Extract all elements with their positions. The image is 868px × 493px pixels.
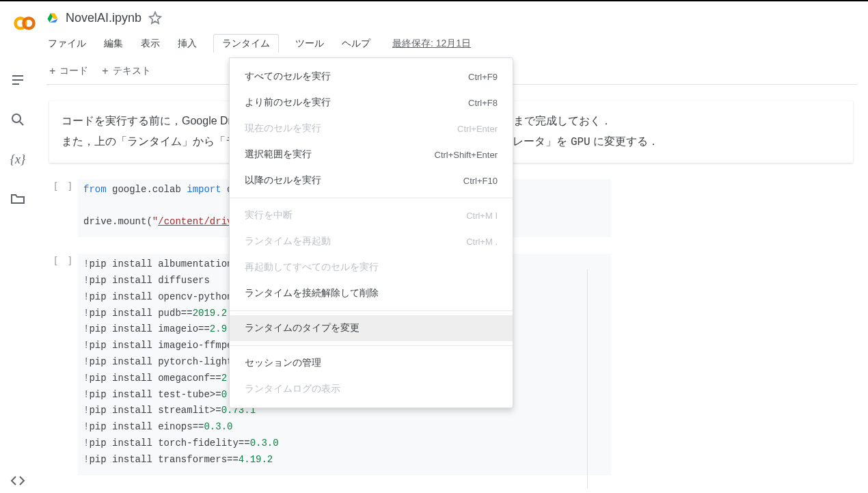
dropdown-item-label: ランタイムのタイプを変更 [245,322,360,334]
svg-point-1 [24,18,34,29]
toc-icon[interactable] [10,72,26,88]
dropdown-item: 現在のセルを実行Ctrl+Enter [230,116,513,142]
cell-gutter[interactable]: [ ] [49,254,78,475]
code-snippets-icon[interactable] [10,472,26,489]
add-code-button[interactable]: +コード [49,65,88,77]
files-icon[interactable] [10,191,26,207]
dropdown-item[interactable]: ランタイムのタイプを変更 [230,315,513,341]
cell-gutter[interactable]: [ ] [49,179,78,237]
menu-insert[interactable]: 挿入 [176,35,198,53]
dropdown-shortcut: Ctrl+Shift+Enter [435,150,498,160]
dropdown-shortcut: Ctrl+F8 [468,98,498,108]
dropdown-item: 再起動してすべてのセルを実行 [230,254,513,280]
dropdown-item-label: 以降のセルを実行 [245,174,321,187]
menu-view[interactable]: 表示 [139,35,161,53]
menu-help[interactable]: ヘルプ [340,35,372,53]
add-text-label: テキスト [113,65,151,77]
menu-tools[interactable]: ツール [294,35,325,53]
colab-logo[interactable] [11,10,38,37]
dropdown-shortcut: Ctrl+F9 [468,72,498,82]
dropdown-item-label: ランタイムを接続解除して削除 [245,287,379,299]
dropdown-item-label: ランタイムを再起動 [245,235,331,248]
dropdown-shortcut: Ctrl+M I [466,211,498,221]
dropdown-shortcut: Ctrl+F10 [463,176,498,186]
dropdown-item[interactable]: 以降のセルを実行Ctrl+F10 [230,168,513,194]
dropdown-item[interactable]: より前のセルを実行Ctrl+F8 [230,90,513,116]
dropdown-item-label: 再起動してすべてのセルを実行 [245,261,379,274]
dropdown-item-label: 実行を中断 [245,209,293,222]
drive-icon [46,12,59,24]
dropdown-shortcut: Ctrl+Enter [457,124,498,134]
dropdown-shortcut: Ctrl+M . [466,237,498,247]
sidebar: {x} [0,65,36,207]
dropdown-item: 実行を中断Ctrl+M I [230,202,513,228]
dropdown-item-label: 現在のセルを実行 [245,122,321,135]
last-saved[interactable]: 最終保存: 12月1日 [392,38,471,50]
cell-divider [587,269,588,488]
variables-icon[interactable]: {x} [10,151,26,168]
runtime-dropdown: すべてのセルを実行Ctrl+F9より前のセルを実行Ctrl+F8現在のセルを実行… [229,57,513,408]
dropdown-item[interactable]: 選択範囲を実行Ctrl+Shift+Enter [230,142,513,168]
dropdown-item-label: より前のセルを実行 [245,96,331,109]
svg-point-5 [12,114,21,122]
dropdown-item-label: すべてのセルを実行 [245,70,331,83]
dropdown-item[interactable]: ランタイムを接続解除して削除 [230,280,513,306]
dropdown-item-label: 選択範囲を実行 [245,148,312,161]
star-icon[interactable] [148,11,162,25]
dropdown-item-label: セッションの管理 [245,357,321,369]
svg-line-6 [20,122,23,125]
dropdown-item: ランタイムを再起動Ctrl+M . [230,228,513,254]
menu-file[interactable]: ファイル [46,35,87,53]
add-text-button[interactable]: +テキスト [102,65,150,77]
notebook-title[interactable]: NovelAI.ipynb [66,11,141,25]
search-icon[interactable] [10,111,26,128]
dropdown-item: ランタイムログの表示 [230,376,513,402]
menubar: ファイル 編集 表示 挿入 ランタイム ツール ヘルプ 最終保存: 12月1日 [46,29,857,59]
add-code-label: コード [59,65,88,77]
dropdown-item[interactable]: すべてのセルを実行Ctrl+F9 [230,64,513,90]
dropdown-item[interactable]: セッションの管理 [230,350,513,376]
menu-runtime[interactable]: ランタイム [213,34,279,53]
menu-edit[interactable]: 編集 [103,35,124,53]
dropdown-item-label: ランタイムログの表示 [245,383,340,395]
